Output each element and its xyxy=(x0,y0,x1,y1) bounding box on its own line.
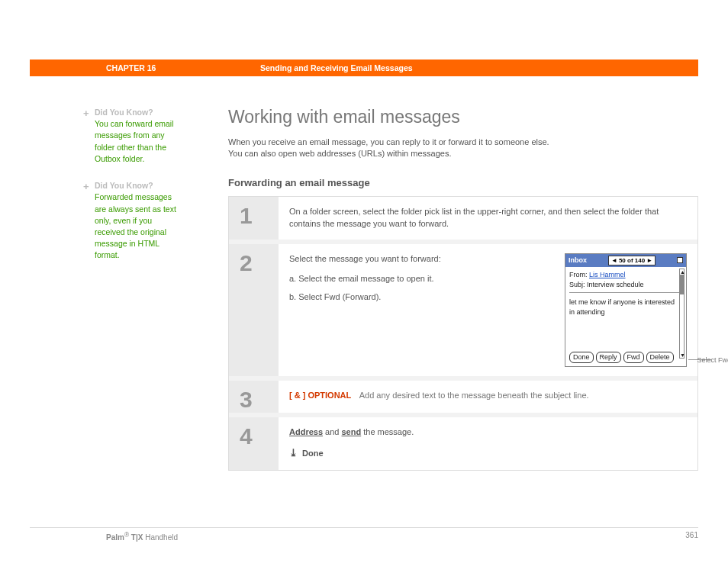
scroll-up-icon: ▲ xyxy=(680,269,684,275)
pager-text: 50 of 140 xyxy=(619,256,645,265)
done-label: Done xyxy=(302,448,324,460)
plus-icon: + xyxy=(83,180,89,195)
step-row: 4 Address and send the message. ⤓ Done xyxy=(229,417,697,470)
step-number: 2 xyxy=(229,244,279,377)
dyk-label: Did You Know? xyxy=(95,181,153,190)
step-text: Address and send the message. xyxy=(289,427,414,436)
message-body-line: in attending xyxy=(569,307,682,317)
callout-label: Select Fwd xyxy=(697,355,728,365)
link-address[interactable]: Address xyxy=(289,427,323,436)
menu-icon xyxy=(677,257,683,263)
subject-line: Subj: Interview schedule xyxy=(569,280,682,293)
page-title: Working with email messages xyxy=(228,107,698,127)
sidebar: + Did You Know? You can forward email me… xyxy=(30,107,194,471)
subj-label: Subj: xyxy=(569,281,587,288)
device-screenshot: Inbox ◄ 50 of 140 ► xyxy=(565,253,687,368)
device-fwd-button: Fwd xyxy=(623,352,644,363)
device-done-button: Done xyxy=(569,352,594,363)
dyk-text: You can forward email messages from any … xyxy=(95,119,174,163)
step-number: 4 xyxy=(229,417,279,470)
step-tail: the message. xyxy=(361,427,414,436)
step-content: Select the message you want to forward: … xyxy=(279,244,697,377)
brand-model: T|X xyxy=(129,533,143,542)
device-reply-button: Reply xyxy=(596,352,621,363)
chapter-title: Sending and Receiving Email Messages xyxy=(260,63,413,72)
brand-tail: Handheld xyxy=(143,533,178,542)
chapter-number: CHAPTER 16 xyxy=(106,63,260,72)
pager: ◄ 50 of 140 ► xyxy=(608,256,656,266)
folder-name: Inbox xyxy=(569,256,587,265)
step-row: 3 [ & ] OPTIONAL Add any desired text to… xyxy=(229,381,697,417)
page-number: 361 xyxy=(685,531,698,542)
from-label: From: xyxy=(569,271,589,278)
brand-name: Palm xyxy=(106,533,124,542)
pager-right-icon: ► xyxy=(646,256,652,265)
step-row: 2 Select the message you want to forward… xyxy=(229,244,697,381)
link-send[interactable]: send xyxy=(342,427,362,436)
message-body-line: let me know if anyone is interested xyxy=(569,298,682,307)
scroll-down-icon: ▼ xyxy=(680,352,684,358)
step-row: 1 On a folder screen, select the folder … xyxy=(229,197,697,244)
step-content: On a folder screen, select the folder pi… xyxy=(279,197,697,240)
plus-icon: + xyxy=(83,107,89,121)
step-text: On a folder screen, select the folder pi… xyxy=(289,207,659,228)
step-number: 1 xyxy=(229,197,279,240)
scroll-thumb xyxy=(680,275,684,294)
intro-paragraph: When you receive an email message, you c… xyxy=(228,137,698,160)
did-you-know-block: + Did You Know? You can forward email me… xyxy=(95,107,182,165)
step-mid: and xyxy=(323,427,341,436)
intro-line: When you receive an email message, you c… xyxy=(228,137,549,146)
done-arrow-icon: ⤓ xyxy=(289,446,298,461)
subj-text: Interview schedule xyxy=(587,281,644,288)
device-titlebar: Inbox ◄ 50 of 140 ► xyxy=(565,254,686,268)
step-substep: b. Select Fwd (Forward). xyxy=(289,291,551,304)
step-content: Address and send the message. ⤓ Done xyxy=(279,417,697,470)
step-number: 3 xyxy=(229,381,279,413)
chapter-header: CHAPTER 16 Sending and Receiving Email M… xyxy=(30,60,698,76)
step-substep: a. Select the email message to open it. xyxy=(289,273,551,285)
device-button-row: Done Reply Fwd Delete xyxy=(565,349,686,366)
main-content: Working with email messages When you rec… xyxy=(194,107,698,471)
from-line: From: Lis Hammel xyxy=(569,270,682,280)
footer-brand: Palm® T|X Handheld xyxy=(30,531,178,542)
scrollbar: ▲ ▼ xyxy=(679,269,685,359)
optional-text: Add any desired text to the message bene… xyxy=(359,391,589,400)
device-delete-button: Delete xyxy=(646,352,674,363)
from-name: Lis Hammel xyxy=(589,271,626,278)
page-footer: Palm® T|X Handheld 361 xyxy=(30,527,698,542)
done-indicator: ⤓ Done xyxy=(289,446,687,461)
section-subtitle: Forwarding an email message xyxy=(228,177,698,188)
did-you-know-block: + Did You Know? Forwarded messages are a… xyxy=(95,180,182,262)
step-content: [ & ] OPTIONAL Add any desired text to t… xyxy=(279,381,697,413)
optional-tag: [ & ] OPTIONAL xyxy=(289,391,351,400)
step-lead: Select the message you want to forward: xyxy=(289,253,551,265)
dyk-text: Forwarded messages are always sent as te… xyxy=(95,192,176,259)
steps-container: 1 On a folder screen, select the folder … xyxy=(228,196,698,471)
dyk-label: Did You Know? xyxy=(95,108,153,117)
pager-left-icon: ◄ xyxy=(611,256,617,265)
intro-line: You can also open web addresses (URLs) w… xyxy=(228,149,451,158)
